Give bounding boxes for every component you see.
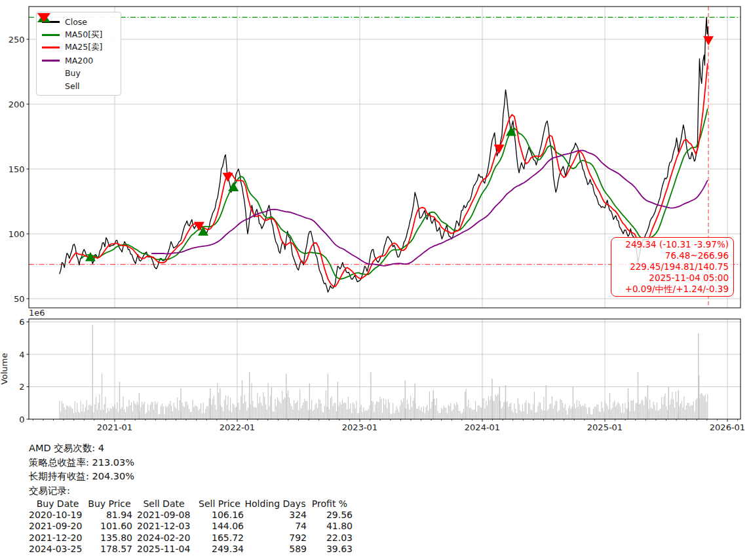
legend-item-close: Close bbox=[42, 16, 115, 29]
trades-table-header: Buy Date Buy Price Sell Date Sell Price … bbox=[29, 498, 737, 510]
cell: 2021-12-03 bbox=[132, 521, 195, 532]
cell: 106.16 bbox=[195, 510, 244, 521]
col-sell-date: Sell Date bbox=[132, 498, 195, 510]
cell: 2024-02-20 bbox=[132, 532, 195, 544]
cell: 39.63 bbox=[307, 544, 353, 555]
volume-ylabel: Volume bbox=[0, 353, 9, 384]
cell: 2020-10-19 bbox=[29, 510, 87, 521]
cell: 2021-12-20 bbox=[29, 532, 87, 544]
svg-text:6: 6 bbox=[19, 317, 24, 327]
svg-text:2023-01: 2023-01 bbox=[342, 422, 377, 432]
legend-item-buy: Buy bbox=[42, 67, 115, 80]
cell: 249.34 bbox=[195, 544, 244, 555]
table-row: 2020-10-1981.942021-09-08106.1632429.56 bbox=[29, 510, 737, 521]
legend-label: Close bbox=[65, 17, 87, 27]
summary-strategy-return: 策略总收益率: 213.03% bbox=[29, 456, 737, 470]
col-buy-date: Buy Date bbox=[29, 498, 87, 510]
svg-text:2025-01: 2025-01 bbox=[587, 422, 623, 432]
svg-text:2022-01: 2022-01 bbox=[220, 422, 255, 432]
cell: 178.57 bbox=[87, 544, 132, 555]
svg-text:200: 200 bbox=[9, 100, 25, 109]
col-buy-price: Buy Price bbox=[87, 498, 132, 510]
cell: 22.03 bbox=[307, 532, 353, 544]
col-profit-pct: Profit % bbox=[307, 498, 353, 510]
table-row: 2021-12-20135.802024-02-20165.7279222.03 bbox=[29, 532, 737, 544]
legend-item-ma200: MA200 bbox=[42, 54, 115, 67]
stock-chart-figure: 5010015020025002461e62021-012022-012023-… bbox=[0, 0, 751, 434]
cell: 81.94 bbox=[87, 510, 132, 521]
trades-table: Buy Date Buy Price Sell Date Sell Price … bbox=[29, 498, 737, 555]
svg-text:50: 50 bbox=[14, 294, 25, 304]
legend-label: Sell bbox=[65, 81, 80, 91]
cell: 101.60 bbox=[87, 521, 132, 532]
legend-item-sell: Sell bbox=[42, 80, 115, 93]
sell-marker-icon bbox=[223, 173, 233, 182]
annotation-line: 249.34 (-10.31 -3.97%) bbox=[616, 239, 729, 250]
col-sell-price: Sell Price bbox=[195, 498, 244, 510]
ma50-line-swatch-icon bbox=[42, 34, 60, 36]
cell: 165.72 bbox=[195, 532, 244, 544]
volume-plot-border bbox=[29, 319, 741, 419]
cell: 144.06 bbox=[195, 521, 244, 532]
table-row: 2024-03-25178.572025-11-04249.3458939.63 bbox=[29, 544, 737, 555]
cell: 2025-11-04 bbox=[132, 544, 195, 555]
sell-marker-icon bbox=[703, 36, 714, 45]
summary-hold-return: 长期持有收益: 204.30% bbox=[29, 470, 737, 484]
cell: 324 bbox=[244, 510, 307, 521]
annotation-line: 76.48~266.96 bbox=[616, 250, 729, 261]
summary-trade-count: AMD 交易次数: 4 bbox=[29, 441, 737, 456]
cell: 74 bbox=[244, 521, 307, 532]
legend-item-ma25: MA25[卖] bbox=[42, 41, 115, 54]
sell-markers bbox=[194, 36, 714, 231]
legend-label: Buy bbox=[65, 68, 81, 78]
cell: 2021-09-08 bbox=[132, 510, 195, 521]
annotation-line: 229.45/194.81/140.75 bbox=[616, 261, 729, 272]
legend-label: MA50[买] bbox=[65, 29, 103, 41]
svg-text:150: 150 bbox=[9, 164, 25, 174]
summary-trade-record-title: 交易记录: bbox=[29, 484, 737, 498]
col-holding-days: Holding Days bbox=[244, 498, 307, 510]
cell: 2024-03-25 bbox=[29, 544, 87, 555]
svg-text:2024-01: 2024-01 bbox=[465, 422, 500, 432]
price-annotation-box: 249.34 (-10.31 -3.97%)76.48~266.96229.45… bbox=[611, 237, 734, 297]
legend-label: MA200 bbox=[65, 56, 93, 65]
volume-bars bbox=[59, 325, 708, 419]
svg-text:100: 100 bbox=[9, 229, 25, 239]
svg-text:4: 4 bbox=[19, 350, 24, 360]
buy-markers bbox=[85, 126, 516, 261]
cell: 792 bbox=[244, 532, 307, 544]
annotation-line: 2025-11-04 05:00 bbox=[616, 272, 729, 284]
cell: 589 bbox=[244, 544, 307, 555]
cell: 2021-09-20 bbox=[29, 521, 87, 532]
svg-text:2021-01: 2021-01 bbox=[97, 422, 132, 432]
cell: 29.56 bbox=[307, 510, 353, 521]
svg-text:250: 250 bbox=[9, 35, 25, 45]
cell: 41.80 bbox=[307, 521, 353, 532]
ma25-line-swatch-icon bbox=[42, 47, 60, 48]
grid-lines bbox=[29, 7, 741, 419]
ma200-line-swatch-icon bbox=[42, 60, 60, 62]
annotation-line: +0.09/中性/+1.24/-0.39 bbox=[616, 284, 729, 295]
chart-legend: CloseMA50[买]MA25[卖]MA200BuySell bbox=[36, 12, 121, 96]
legend-item-ma50: MA50[买] bbox=[42, 29, 115, 42]
svg-text:0: 0 bbox=[19, 415, 24, 424]
table-row: 2021-09-20101.602021-12-03144.067441.80 bbox=[29, 521, 737, 532]
legend-label: MA25[卖] bbox=[65, 42, 103, 53]
strategy-report: AMD 交易次数: 4 策略总收益率: 213.03% 长期持有收益: 204.… bbox=[29, 441, 737, 555]
cell: 135.80 bbox=[87, 532, 132, 544]
svg-text:2: 2 bbox=[19, 382, 24, 392]
svg-text:2026-01: 2026-01 bbox=[710, 422, 745, 432]
svg-text:1e6: 1e6 bbox=[29, 308, 45, 318]
